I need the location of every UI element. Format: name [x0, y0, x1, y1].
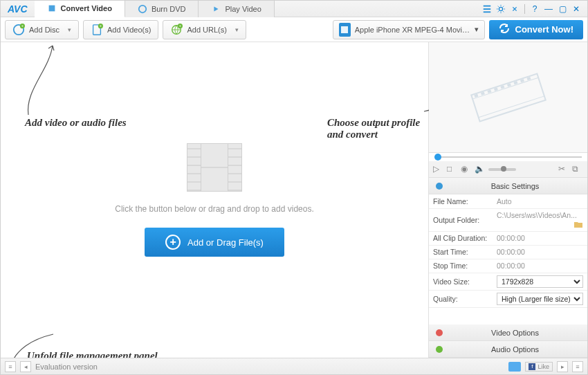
video-icon: [434, 328, 444, 338]
output-profile-selector[interactable]: Apple iPhone XR MPEG-4 Movie (*.m... ▾: [333, 20, 485, 39]
timeline-thumb[interactable]: [434, 154, 441, 161]
add-urls-button[interactable]: + Add URL(s) ▾: [163, 20, 246, 39]
section-title: Video Options: [448, 329, 582, 337]
add-disc-button[interactable]: + Add Disc ▾: [5, 20, 79, 39]
panel-next-button[interactable]: ▸: [557, 361, 568, 372]
video-size-select[interactable]: 1792x828: [497, 275, 583, 288]
tab-burn-dvd[interactable]: Burn DVD: [125, 1, 199, 17]
right-panel: ▷ □ ◉ 🔈 ✂ ⧉ Basic Settings File Name:Aut…: [428, 42, 587, 358]
setting-row-quality: Quality:High (Larger file size): [429, 290, 587, 307]
basic-settings-table: File Name:Auto Output Folder:C:\Users\ws…: [429, 194, 587, 308]
twitter-icon[interactable]: [508, 362, 521, 372]
setting-row-stop-time: Stop Time:00:00:00: [429, 259, 587, 273]
audio-icon: [434, 345, 444, 354]
add-videos-button[interactable]: + Add Video(s): [83, 20, 158, 39]
help-icon[interactable]: ?: [529, 3, 540, 15]
setting-row-file-name: File Name:Auto: [429, 194, 587, 208]
svg-rect-12: [471, 73, 545, 121]
profile-icon: [339, 23, 351, 37]
svg-text:+: +: [100, 24, 102, 28]
window-controls: ? — ▢ ✕: [481, 3, 587, 15]
burn-icon: [138, 4, 147, 14]
panel-toggle-button[interactable]: ≡: [5, 361, 16, 372]
tab-label: Play Video: [225, 5, 261, 13]
link-icon[interactable]: ⧉: [572, 164, 583, 175]
main-tabs: Convert Video Burn DVD Play Video: [35, 1, 275, 17]
basic-settings-header[interactable]: Basic Settings: [429, 178, 587, 194]
app-logo: AVC: [1, 3, 35, 15]
tab-convert-video[interactable]: Convert Video: [35, 1, 125, 17]
globe-icon: +: [170, 24, 183, 36]
preview-controls: ▷ □ ◉ 🔈 ✂ ⧉: [429, 161, 587, 178]
preview-timeline[interactable]: [429, 153, 587, 161]
play-icon: [211, 4, 221, 14]
panel-toggle2-button[interactable]: ≡: [572, 361, 583, 372]
disc-icon: +: [12, 24, 25, 36]
svg-text:+: +: [179, 24, 181, 28]
camera-icon[interactable]: ◉: [461, 164, 472, 175]
svg-rect-11: [341, 26, 348, 33]
add-or-drag-files-button[interactable]: + Add or Drag File(s): [145, 228, 284, 257]
drop-hint-text: Click the button below or drag and drop …: [115, 204, 314, 214]
preview-area: [429, 42, 587, 153]
annotation-add-files: Add video or audio files: [25, 117, 127, 129]
chevron-down-icon: ▾: [68, 26, 71, 33]
play-icon[interactable]: ▷: [433, 164, 444, 175]
panel-prev-button[interactable]: ◂: [20, 361, 31, 372]
version-label: Evaluation version: [35, 363, 98, 371]
convert-now-button[interactable]: Convert Now!: [489, 20, 584, 39]
file-name-value[interactable]: Auto: [493, 194, 587, 208]
setting-row-output-folder: Output Folder:C:\Users\ws\Videos\An...: [429, 208, 587, 231]
setting-row-clip-duration: All Clip Duration:00:00:00: [429, 231, 587, 245]
button-label: Add or Drag File(s): [187, 237, 264, 248]
svg-point-24: [436, 183, 443, 190]
button-label: Add Video(s): [107, 26, 151, 34]
plus-circle-icon: +: [165, 235, 181, 250]
section-title: Basic Settings: [448, 182, 582, 190]
menu-icon[interactable]: [481, 3, 493, 15]
start-time-value: 00:00:00: [493, 245, 587, 259]
button-label: Add URL(s): [187, 26, 226, 34]
section-title: Audio Options: [448, 345, 582, 354]
chevron-down-icon: ▾: [475, 25, 479, 34]
svg-text:+: +: [21, 24, 24, 28]
filmstrip-placeholder-icon: [187, 143, 242, 192]
cut-icon[interactable]: ✂: [558, 164, 569, 175]
svg-point-26: [436, 346, 443, 353]
svg-line-13: [472, 77, 538, 99]
folder-icon[interactable]: [573, 219, 583, 229]
titlebar: AVC Convert Video Burn DVD Play Video ? …: [1, 1, 587, 17]
output-folder-value[interactable]: C:\Users\ws\Videos\An...: [493, 208, 587, 231]
facebook-like-button[interactable]: fLike: [525, 362, 553, 372]
stop-icon[interactable]: □: [447, 164, 458, 175]
button-label: Convert Now!: [515, 24, 574, 35]
button-label: Add Disc: [29, 26, 59, 34]
minimize-icon[interactable]: —: [543, 3, 554, 15]
refresh-icon: [499, 23, 510, 36]
close-icon[interactable]: ✕: [571, 3, 582, 15]
settings-wheel-icon: [434, 181, 444, 191]
quality-select[interactable]: High (Larger file size): [497, 293, 583, 305]
connect-icon[interactable]: [509, 3, 520, 15]
video-options-header[interactable]: Video Options: [429, 324, 587, 341]
volume-icon[interactable]: 🔈: [475, 164, 486, 175]
clip-duration-value: 00:00:00: [493, 231, 587, 245]
profile-label: Apple iPhone XR MPEG-4 Movie (*.m...: [355, 26, 470, 34]
svg-point-1: [499, 7, 502, 10]
annotation-choose-profile: Choose output profile and convert: [327, 117, 428, 140]
setting-row-start-time: Start Time:00:00:00: [429, 245, 587, 259]
svg-line-14: [478, 95, 544, 117]
svg-point-25: [436, 329, 443, 336]
gear-icon[interactable]: [495, 3, 506, 15]
video-file-icon: +: [91, 24, 103, 36]
film-reel-icon: [460, 66, 557, 129]
chevron-down-icon: ▾: [235, 26, 239, 33]
file-list-pane[interactable]: Add video or audio files Choose output p…: [1, 42, 428, 358]
tab-play-video[interactable]: Play Video: [199, 1, 274, 17]
convert-icon: [47, 3, 57, 13]
toolbar: + Add Disc ▾ + Add Video(s) + Add URL(s)…: [1, 17, 587, 42]
restore-icon[interactable]: ▢: [557, 3, 568, 15]
volume-slider[interactable]: [488, 168, 516, 171]
audio-options-header[interactable]: Audio Options: [429, 341, 587, 358]
statusbar: ≡ ◂ Evaluation version fLike ▸ ≡: [1, 358, 587, 374]
